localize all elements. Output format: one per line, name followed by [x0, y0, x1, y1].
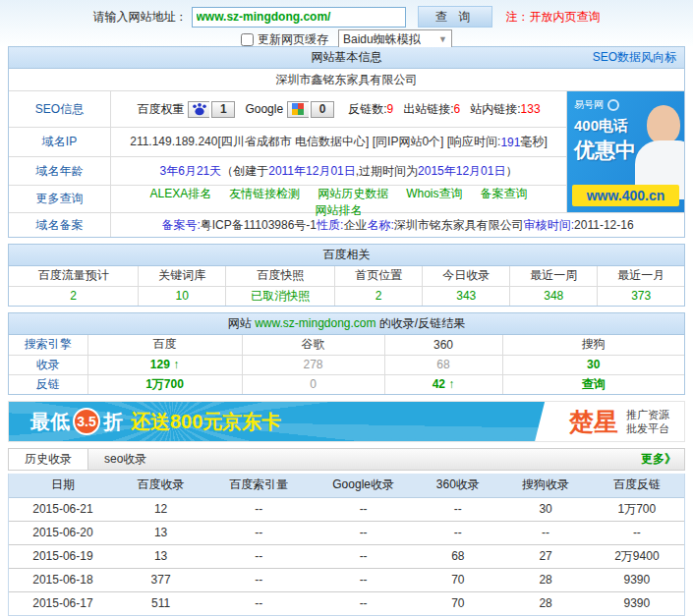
- history-table: 日期百度收录百度索引量Google收录360收录搜狗收录百度反链 2015-06…: [9, 474, 684, 615]
- engine-label: 360: [384, 335, 502, 355]
- table-cell: --: [414, 521, 501, 544]
- collect-cell: 68: [384, 355, 502, 374]
- table-cell: --: [313, 568, 414, 591]
- domain-age-value: 3年6月21天（创建于2011年12月01日,过期时间为2015年12月01日）: [111, 157, 566, 185]
- baidu-weight-value[interactable]: 1: [211, 101, 235, 118]
- table-cell: 2015-06-21: [9, 497, 117, 521]
- banner-discount-badge: 3.5: [73, 408, 100, 435]
- spider-select-value: Baidu蜘蛛模拟: [343, 31, 421, 48]
- collect-title: 网站 www.sz-mingdong.com 的收录/反链结果: [9, 315, 684, 332]
- table-cell: --: [313, 544, 414, 568]
- ad-400-banner[interactable]: 易号网 400电话 优惠中 www.400.cn: [566, 91, 684, 212]
- text-segment: 粤ICP备11103986号-1: [201, 217, 317, 234]
- related-col-value: 已取消快照: [226, 286, 335, 306]
- history-col-header: 搜狗收录: [501, 474, 589, 497]
- history-tbody: 2015-06-2112------301万7002015-06-2013---…: [9, 497, 684, 615]
- more-query-link[interactable]: ALEXA排名: [149, 186, 211, 202]
- more-query-link[interactable]: 备案查询: [481, 186, 528, 202]
- phone-logo-icon: [607, 99, 619, 111]
- text-segment: 性质:: [317, 217, 343, 234]
- ad-url[interactable]: www.400.cn: [572, 185, 679, 206]
- engine-label: 谷歌: [242, 335, 384, 355]
- related-col-value: 343: [423, 286, 510, 306]
- text-segment: 2011-12-16: [574, 218, 634, 232]
- spider-select[interactable]: Baidu蜘蛛模拟 ▼: [338, 29, 452, 49]
- baidu-related-header: 百度相关: [9, 245, 684, 266]
- more-history-link[interactable]: 更多》: [641, 449, 676, 470]
- ad-line2: 优惠中: [574, 137, 636, 164]
- chevron-down-icon: ▼: [438, 34, 447, 44]
- table-cell: 30: [501, 497, 589, 521]
- domain-age-label: 域名年龄: [9, 157, 111, 185]
- baidu-paw-icon: [188, 101, 209, 118]
- engine-row: 搜索引擎 百度谷歌360搜狗: [9, 335, 684, 355]
- refresh-cache-label: 更新网页缓存: [258, 31, 328, 48]
- collect-header: 网站 www.sz-mingdong.com 的收录/反链结果: [9, 313, 684, 335]
- table-cell: --: [204, 521, 313, 544]
- table-cell: 1万700: [590, 497, 684, 521]
- tab-history-collect[interactable]: 历史收录: [8, 449, 88, 470]
- related-col-label: 首页位置: [335, 266, 423, 286]
- more-query-link[interactable]: 网站历史数据: [318, 186, 388, 202]
- seo-trend-link[interactable]: SEO数据风向标: [593, 49, 676, 66]
- google-label: Google: [245, 102, 283, 116]
- table-cell: --: [313, 497, 414, 521]
- table-cell: --: [501, 521, 589, 544]
- collect-cell: 42 ↑: [384, 374, 502, 394]
- history-head-row: 日期百度收录百度索引量Google收录360收录搜狗收录百度反链: [9, 474, 684, 497]
- related-col-label: 最近一周: [510, 266, 598, 286]
- related-col-value: 2: [335, 286, 423, 306]
- table-cell: --: [204, 497, 313, 521]
- stat-label: 出站链接:: [403, 102, 453, 116]
- text-segment: 2015年12月01日: [418, 163, 505, 180]
- collect-section: 网站 www.sz-mingdong.com 的收录/反链结果 搜索引擎 百度谷…: [8, 312, 685, 395]
- table-cell: 13: [117, 521, 204, 544]
- text-segment: 3年6月21天: [160, 163, 222, 180]
- text-segment: （创建于: [221, 163, 268, 180]
- more-query-link[interactable]: 友情链接检测: [229, 186, 300, 202]
- google-pr-value[interactable]: 0: [311, 101, 334, 118]
- section-title: 百度相关: [9, 247, 684, 263]
- more-query-link[interactable]: Whois查询: [406, 186, 462, 202]
- related-col-label: 百度流量预计: [9, 266, 139, 286]
- table-cell: 9390: [590, 591, 684, 615]
- basic-info-header: 网站基本信息 SEO数据风向标: [9, 47, 684, 69]
- table-cell: 377: [117, 568, 204, 591]
- banner-text-3: 还送800元京东卡: [131, 409, 281, 435]
- query-button[interactable]: 查 询: [418, 6, 492, 28]
- history-col-header: 360收录: [414, 474, 501, 497]
- history-col-header: 百度索引量: [204, 474, 313, 497]
- collect-query-link[interactable]: 查询: [502, 374, 684, 394]
- table-cell: 2万9400: [590, 544, 684, 568]
- ad-brand: 易号网: [574, 98, 619, 112]
- table-cell: --: [414, 497, 501, 521]
- related-col-value: 373: [598, 286, 684, 306]
- text-segment: 211.149.189.240[四川省成都市 电信数据中心] [同IP网站0个]…: [130, 134, 500, 150]
- beian-label: 域名备案: [9, 213, 111, 237]
- table-cell: 2015-06-18: [9, 568, 117, 591]
- tab-seo-collect[interactable]: seo收录: [88, 449, 162, 470]
- history-col-header: 百度反链: [590, 474, 684, 497]
- refresh-cache-checkbox[interactable]: [241, 33, 254, 46]
- collect-row: 收录129 ↑2786830: [9, 355, 684, 374]
- engine-label: 搜狗: [502, 335, 684, 355]
- address-label: 请输入网站地址：: [93, 9, 188, 26]
- baidu-related-section: 百度相关 百度流量预计关键词库百度快照首页位置今日收录最近一周最近一月 210已…: [8, 244, 685, 307]
- text-segment: ）: [505, 163, 517, 180]
- related-col-label: 最近一月: [598, 266, 684, 286]
- related-col-value: 2: [9, 286, 139, 306]
- table-cell: 27: [501, 544, 589, 568]
- beian-row: 域名备案 备案号: 粤ICP备11103986号-1 性质: 企业 名称: 深圳…: [9, 213, 684, 237]
- more-links: ALEXA排名友情链接检测网站历史数据Whois查询备案查询网站排名: [111, 186, 566, 212]
- stat-value: 6: [454, 102, 461, 116]
- related-col-label: 关键词库: [139, 266, 226, 286]
- collect-row-label: 反链: [9, 374, 87, 394]
- table-row: 2015-06-18377----70289390: [9, 568, 684, 591]
- table-cell: 70: [414, 568, 501, 591]
- seo-info-label: SEO信息: [9, 91, 111, 127]
- text-segment: 2011年12月01日: [268, 163, 356, 180]
- promo-banner[interactable]: 最低 3.5 折 还送800元京东卡 楚星 推广资源 批发平台: [8, 401, 685, 442]
- collect-row-label: 收录: [9, 355, 87, 374]
- address-input[interactable]: [192, 7, 406, 28]
- table-row: 2015-06-17511----70289390: [9, 591, 684, 615]
